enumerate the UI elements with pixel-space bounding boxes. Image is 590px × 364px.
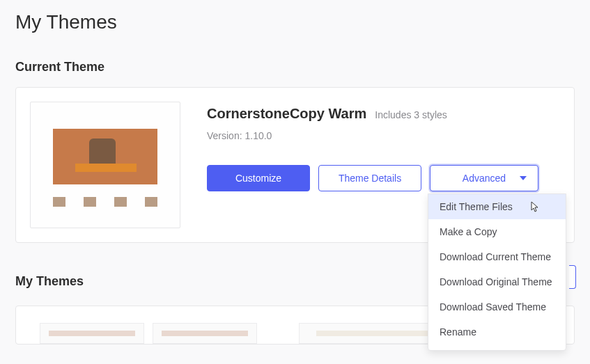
current-theme-actions: Customize Theme Details Advanced <box>207 165 560 191</box>
menu-item-make-a-copy[interactable]: Make a Copy <box>428 219 566 244</box>
cursor-icon <box>528 201 539 214</box>
current-theme-heading: Current Theme <box>15 60 575 74</box>
menu-item-label: Edit Theme Files <box>440 201 513 212</box>
current-theme-name: CornerstoneCopy Warm <box>207 106 366 122</box>
caret-down-icon <box>520 176 527 180</box>
upload-theme-button-fragment[interactable] <box>569 265 576 289</box>
menu-item-download-saved-theme[interactable]: Download Saved Theme <box>428 294 566 319</box>
my-themes-heading: My Themes <box>15 274 84 289</box>
customize-button[interactable]: Customize <box>207 165 310 191</box>
current-theme-version: Version: 1.10.0 <box>207 130 560 141</box>
menu-item-download-original-theme[interactable]: Download Original Theme <box>428 269 566 294</box>
current-theme-info: CornerstoneCopy Warm Includes 3 styles V… <box>207 102 560 191</box>
menu-item-edit-theme-files[interactable]: Edit Theme Files <box>428 194 566 219</box>
advanced-button-label: Advanced <box>463 173 506 184</box>
advanced-button[interactable]: Advanced <box>430 165 538 191</box>
theme-details-button[interactable]: Theme Details <box>318 165 421 191</box>
advanced-dropdown: Edit Theme Files Make a Copy Download Cu… <box>428 193 566 351</box>
current-theme-styles: Includes 3 styles <box>375 109 447 120</box>
current-theme-thumbnail[interactable] <box>30 102 180 228</box>
menu-item-rename[interactable]: Rename <box>428 319 566 345</box>
theme-card[interactable] <box>40 323 257 344</box>
page-title: My Themes <box>15 11 575 33</box>
menu-item-download-current-theme[interactable]: Download Current Theme <box>428 244 566 269</box>
